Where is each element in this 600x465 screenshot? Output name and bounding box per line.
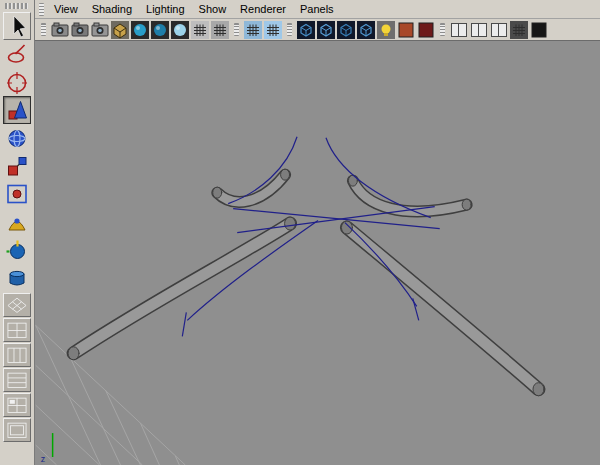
material-cube-icon[interactable] [357,21,375,39]
select-camera-icon[interactable] [51,21,69,39]
smooth-shade-sphere-icon[interactable] [151,21,169,39]
lasso-select-tool[interactable] [3,40,31,68]
toolbox-drag-handle[interactable] [5,3,29,9]
menubar-drag-handle[interactable] [39,3,44,16]
wireframe-grid-icon[interactable] [191,21,209,39]
pane-layout-alt-icon[interactable] [490,21,508,39]
highlight-sphere-icon[interactable] [171,21,189,39]
menu-show[interactable]: Show [192,1,234,18]
wireframe-sphere-icon[interactable] [131,21,149,39]
universal-manipulator-tool[interactable] [3,180,31,208]
layout-two-horizontal[interactable] [3,368,31,392]
snap-grid-icon[interactable] [264,21,282,39]
group-separator-2[interactable] [287,23,292,36]
axis-label: z [41,454,46,464]
panel-menu-bar: ViewShadingLightingShowRendererPanels [35,0,600,19]
pane-layout-icon[interactable] [470,21,488,39]
menu-view[interactable]: View [47,1,85,18]
paint-effects-icon[interactable] [417,21,435,39]
panel-toolbar [35,19,600,41]
tool-list [3,12,31,292]
layout-diamond-grid[interactable] [3,293,31,317]
nurbs-curves[interactable] [182,137,439,337]
shadows-icon[interactable] [397,21,415,39]
panel-area: ViewShadingLightingShowRendererPanels [35,0,600,465]
use-all-lights-icon[interactable] [377,21,395,39]
scene-canvas[interactable]: z [35,41,600,465]
toolbar-drag-handle[interactable] [41,23,46,36]
menu-items: ViewShadingLightingShowRendererPanels [47,1,341,18]
perspective-viewport[interactable]: z [35,41,600,465]
scale-tool[interactable] [3,152,31,180]
camera-attributes-icon[interactable] [71,21,89,39]
textured-cube-icon[interactable] [337,21,355,39]
layout-four-pane[interactable] [3,318,31,342]
quick-layout-buttons [3,292,31,443]
uv-grid-icon[interactable] [244,21,262,39]
tube-end-caps [68,169,544,395]
show-manipulator-tool[interactable] [3,236,31,264]
shaded-cube-icon[interactable] [317,21,335,39]
menu-panels[interactable]: Panels [293,1,341,18]
layout-two-vertical[interactable] [3,343,31,367]
menu-shading[interactable]: Shading [85,1,139,18]
toolbox [0,0,35,465]
rotate-tool[interactable] [3,124,31,152]
maya-viewport-window: ViewShadingLightingShowRendererPanels [0,0,600,465]
menu-renderer[interactable]: Renderer [233,1,293,18]
isolate-select-panel-icon[interactable] [450,21,468,39]
layout-single-pane[interactable] [3,418,31,442]
script-editor-icon[interactable] [530,21,548,39]
paint-select-tool[interactable] [3,68,31,96]
menu-lighting[interactable]: Lighting [139,1,192,18]
select-tool[interactable] [3,12,31,40]
layout-quad-active[interactable] [3,393,31,417]
soft-mod-tool[interactable] [3,208,31,236]
last-tool-used[interactable] [3,264,31,292]
tube-geometry[interactable] [68,169,544,395]
group-separator-1[interactable] [234,23,239,36]
wireframe-cube-icon[interactable] [297,21,315,39]
group-separator-3[interactable] [440,23,445,36]
hypergraph-grid-icon[interactable] [510,21,528,39]
ground-grid [36,325,186,465]
move-tool[interactable] [3,96,31,124]
surface-grid-icon[interactable] [211,21,229,39]
image-plane-icon[interactable] [111,21,129,39]
bookmark-camera-icon[interactable] [91,21,109,39]
